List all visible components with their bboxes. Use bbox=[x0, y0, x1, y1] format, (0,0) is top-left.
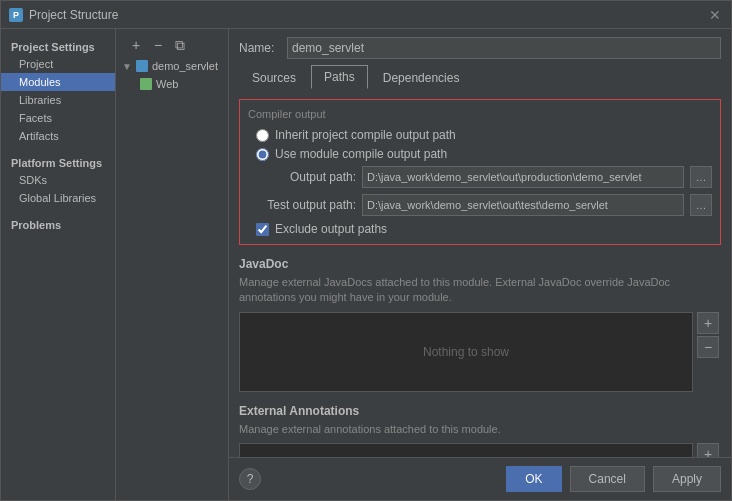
tab-content-paths: Compiler output Inherit project compile … bbox=[229, 89, 731, 457]
external-annotations-section: External Annotations Manage external ann… bbox=[239, 404, 721, 457]
test-output-path-input[interactable] bbox=[362, 194, 684, 216]
inherit-radio[interactable] bbox=[256, 129, 269, 142]
title-bar: P Project Structure ✕ bbox=[1, 1, 731, 29]
exclude-output-label: Exclude output paths bbox=[275, 222, 387, 236]
javadoc-description: Manage external JavaDocs attached to thi… bbox=[239, 275, 721, 306]
use-module-radio[interactable] bbox=[256, 148, 269, 161]
tree-item-demo-servlet[interactable]: ▼ demo_servlet bbox=[116, 57, 228, 75]
sidebar-item-project[interactable]: Project bbox=[1, 55, 115, 73]
name-input[interactable] bbox=[287, 37, 721, 59]
cancel-button[interactable]: Cancel bbox=[570, 466, 645, 492]
tree-item-web[interactable]: Web bbox=[116, 75, 228, 93]
external-annotations-title: External Annotations bbox=[239, 404, 359, 418]
content-area: Name: Sources Paths Dependencies Compile… bbox=[229, 29, 731, 500]
copy-module-button[interactable]: ⧉ bbox=[170, 35, 190, 55]
sidebar-item-modules[interactable]: Modules bbox=[1, 73, 115, 91]
sidebar-item-global-libraries[interactable]: Global Libraries bbox=[1, 189, 115, 207]
tabs-row: Sources Paths Dependencies bbox=[229, 65, 731, 89]
web-icon bbox=[140, 78, 152, 90]
name-row: Name: bbox=[229, 29, 731, 65]
tree-item-module-label: demo_servlet bbox=[152, 60, 218, 72]
tab-dependencies[interactable]: Dependencies bbox=[370, 66, 473, 89]
javadoc-side-buttons: + − bbox=[697, 312, 719, 358]
module-icon bbox=[136, 60, 148, 72]
javadoc-empty-label: Nothing to show bbox=[423, 345, 509, 359]
use-module-radio-row: Use module compile output path bbox=[248, 147, 712, 161]
external-annotations-side-buttons: + − bbox=[697, 443, 719, 457]
test-output-path-browse-button[interactable]: … bbox=[690, 194, 712, 216]
compiler-output-label: Compiler output bbox=[248, 108, 712, 120]
tab-paths[interactable]: Paths bbox=[311, 65, 368, 89]
tab-sources[interactable]: Sources bbox=[239, 66, 309, 89]
output-path-browse-button[interactable]: … bbox=[690, 166, 712, 188]
tree-arrow: ▼ bbox=[122, 61, 132, 72]
compiler-output-section: Compiler output Inherit project compile … bbox=[239, 99, 721, 245]
sidebar-item-libraries[interactable]: Libraries bbox=[1, 91, 115, 109]
ok-button[interactable]: OK bbox=[506, 466, 561, 492]
test-output-path-row: Test output path: … bbox=[248, 194, 712, 216]
window-icon: P bbox=[9, 8, 23, 22]
apply-button[interactable]: Apply bbox=[653, 466, 721, 492]
javadoc-add-button[interactable]: + bbox=[697, 312, 719, 334]
sidebar-item-artifacts[interactable]: Artifacts bbox=[1, 127, 115, 145]
javadoc-title: JavaDoc bbox=[239, 257, 288, 271]
platform-settings-label: Platform Settings bbox=[1, 153, 115, 171]
window-title: Project Structure bbox=[29, 8, 118, 22]
problems-label: Problems bbox=[1, 215, 115, 233]
project-structure-dialog: P Project Structure ✕ Project Settings P… bbox=[0, 0, 732, 501]
tree-item-web-label: Web bbox=[156, 78, 178, 90]
external-annotations-add-button[interactable]: + bbox=[697, 443, 719, 457]
javadoc-list: Nothing to show bbox=[239, 312, 693, 392]
test-output-path-label: Test output path: bbox=[256, 198, 356, 212]
tree-toolbar: + − ⧉ bbox=[116, 33, 228, 57]
external-annotations-description: Manage external annotations attached to … bbox=[239, 422, 721, 437]
close-button[interactable]: ✕ bbox=[707, 7, 723, 23]
output-path-label: Output path: bbox=[256, 170, 356, 184]
output-path-row: Output path: … bbox=[248, 166, 712, 188]
help-button[interactable]: ? bbox=[239, 468, 261, 490]
add-module-button[interactable]: + bbox=[126, 35, 146, 55]
title-controls: ✕ bbox=[707, 7, 723, 23]
javadoc-remove-button[interactable]: − bbox=[697, 336, 719, 358]
name-label: Name: bbox=[239, 41, 279, 55]
left-panel: Project Settings Project Modules Librari… bbox=[1, 29, 229, 500]
main-content: Project Settings Project Modules Librari… bbox=[1, 29, 731, 500]
inherit-radio-row: Inherit project compile output path bbox=[248, 128, 712, 142]
exclude-output-paths-row: Exclude output paths bbox=[248, 222, 712, 236]
sidebar-item-sdks[interactable]: SDKs bbox=[1, 171, 115, 189]
title-bar-left: P Project Structure bbox=[9, 8, 118, 22]
external-annotations-list: Nothing to show bbox=[239, 443, 693, 457]
sidebar: Project Settings Project Modules Librari… bbox=[1, 29, 116, 500]
project-settings-label: Project Settings bbox=[1, 37, 115, 55]
external-annotations-header: External Annotations bbox=[239, 404, 721, 418]
exclude-output-checkbox[interactable] bbox=[256, 223, 269, 236]
sidebar-item-facets[interactable]: Facets bbox=[1, 109, 115, 127]
footer: ? OK Cancel Apply bbox=[229, 457, 731, 500]
inherit-radio-label: Inherit project compile output path bbox=[275, 128, 456, 142]
remove-module-button[interactable]: − bbox=[148, 35, 168, 55]
javadoc-header: JavaDoc bbox=[239, 257, 721, 271]
module-tree: + − ⧉ ▼ demo_servlet Web bbox=[116, 29, 229, 500]
javadoc-section: JavaDoc Manage external JavaDocs attache… bbox=[239, 257, 721, 392]
output-path-input[interactable] bbox=[362, 166, 684, 188]
use-module-radio-label: Use module compile output path bbox=[275, 147, 447, 161]
